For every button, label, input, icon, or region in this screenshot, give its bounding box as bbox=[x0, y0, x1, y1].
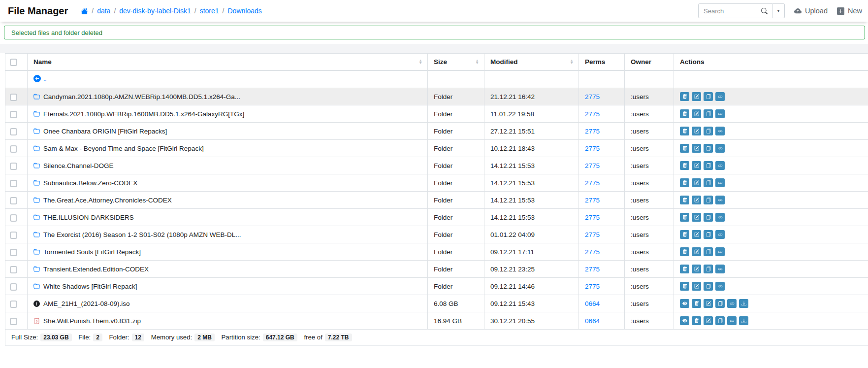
row-checkbox[interactable] bbox=[10, 318, 17, 325]
copy-button[interactable] bbox=[704, 247, 713, 256]
direct-link-button[interactable] bbox=[715, 144, 725, 153]
row-checkbox[interactable] bbox=[10, 163, 17, 170]
row-checkbox[interactable] bbox=[10, 145, 17, 153]
direct-link-button[interactable] bbox=[715, 127, 725, 135]
copy-button[interactable] bbox=[704, 109, 713, 118]
row-checkbox[interactable] bbox=[10, 180, 17, 187]
file-name-link[interactable]: She.Will.Punish.Them.v0.831.zip bbox=[43, 317, 141, 325]
preview-button[interactable] bbox=[680, 299, 689, 308]
breadcrumb-link[interactable]: dev-disk-by-label-Disk1 bbox=[119, 7, 191, 15]
perms-link[interactable]: 2775 bbox=[585, 179, 600, 187]
file-name-link[interactable]: THE.ILLUSION-DARKSiDERS bbox=[43, 214, 134, 221]
perms-link[interactable]: 2775 bbox=[585, 93, 600, 100]
row-checkbox[interactable] bbox=[10, 249, 17, 256]
row-checkbox[interactable] bbox=[10, 128, 17, 135]
copy-button[interactable] bbox=[704, 178, 713, 187]
file-name-link[interactable]: Tormented Souls [FitGirl Repack] bbox=[43, 248, 141, 256]
rename-button[interactable] bbox=[692, 282, 701, 291]
copy-button[interactable] bbox=[704, 144, 713, 153]
file-name-link[interactable]: Sam & Max - Beyond Time and Space [FitGi… bbox=[43, 145, 204, 152]
direct-link-button[interactable] bbox=[715, 92, 725, 101]
delete-button[interactable] bbox=[680, 109, 689, 118]
direct-link-button[interactable] bbox=[715, 196, 725, 204]
rename-button[interactable] bbox=[692, 144, 701, 153]
row-checkbox[interactable] bbox=[10, 283, 17, 291]
perms-link[interactable]: 2775 bbox=[585, 283, 600, 290]
delete-button[interactable] bbox=[680, 144, 689, 153]
copy-button[interactable] bbox=[704, 196, 713, 204]
rename-button[interactable] bbox=[704, 316, 713, 325]
row-checkbox[interactable] bbox=[10, 232, 17, 239]
direct-link-button[interactable] bbox=[715, 213, 725, 222]
search-input[interactable] bbox=[699, 7, 757, 15]
rename-button[interactable] bbox=[692, 109, 701, 118]
file-name-link[interactable]: Silence.Channel-DOGE bbox=[43, 162, 114, 169]
delete-button[interactable] bbox=[680, 213, 689, 222]
perms-link[interactable]: 2775 bbox=[585, 197, 600, 204]
rename-button[interactable] bbox=[692, 230, 701, 239]
row-checkbox[interactable] bbox=[10, 214, 17, 222]
parent-dir-link[interactable]: .. bbox=[33, 75, 47, 82]
copy-button[interactable] bbox=[704, 230, 713, 239]
copy-button[interactable] bbox=[715, 299, 725, 308]
perms-link[interactable]: 2775 bbox=[585, 162, 600, 169]
rename-button[interactable] bbox=[704, 299, 713, 308]
direct-link-button[interactable] bbox=[715, 282, 725, 291]
download-button[interactable] bbox=[739, 316, 748, 325]
delete-button[interactable] bbox=[680, 230, 689, 239]
delete-button[interactable] bbox=[680, 92, 689, 101]
upload-button[interactable]: Upload bbox=[794, 7, 828, 15]
direct-link-button[interactable] bbox=[715, 230, 725, 239]
direct-link-button[interactable] bbox=[715, 161, 725, 170]
delete-button[interactable] bbox=[692, 299, 701, 308]
rename-button[interactable] bbox=[692, 127, 701, 135]
download-button[interactable] bbox=[739, 299, 748, 308]
rename-button[interactable] bbox=[692, 247, 701, 256]
rename-button[interactable] bbox=[692, 178, 701, 187]
copy-button[interactable] bbox=[715, 316, 725, 325]
perms-link[interactable]: 2775 bbox=[585, 231, 600, 238]
column-header-size[interactable]: Size ▴▾ bbox=[428, 54, 484, 71]
column-header-name[interactable]: Name ▴▾ bbox=[28, 54, 428, 71]
direct-link-button[interactable] bbox=[727, 316, 737, 325]
perms-link[interactable]: 0664 bbox=[585, 317, 600, 325]
file-name-link[interactable]: Onee Chanbara ORIGIN [FitGirl Repacks] bbox=[43, 128, 167, 135]
direct-link-button[interactable] bbox=[715, 247, 725, 256]
search-button[interactable] bbox=[757, 8, 772, 14]
breadcrumb-link[interactable]: data bbox=[97, 7, 110, 15]
delete-button[interactable] bbox=[680, 178, 689, 187]
row-checkbox[interactable] bbox=[10, 266, 17, 273]
column-header-modified[interactable]: Modified ▴▾ bbox=[484, 54, 579, 71]
copy-button[interactable] bbox=[704, 282, 713, 291]
delete-button[interactable] bbox=[680, 161, 689, 170]
perms-link[interactable]: 2775 bbox=[585, 110, 600, 118]
rename-button[interactable] bbox=[692, 92, 701, 101]
rename-button[interactable] bbox=[692, 213, 701, 222]
row-checkbox[interactable] bbox=[10, 197, 17, 204]
delete-button[interactable] bbox=[680, 196, 689, 204]
direct-link-button[interactable] bbox=[727, 299, 737, 308]
perms-link[interactable]: 2775 bbox=[585, 214, 600, 221]
row-checkbox[interactable] bbox=[10, 94, 17, 101]
file-name-link[interactable]: White Shadows [FitGirl Repack] bbox=[43, 283, 137, 290]
select-all-checkbox[interactable] bbox=[10, 59, 17, 66]
file-name-link[interactable]: Eternals.2021.1080p.WEBRip.1600MB.DD5.1.… bbox=[43, 110, 244, 118]
copy-button[interactable] bbox=[704, 127, 713, 135]
perms-link[interactable]: 0664 bbox=[585, 300, 600, 307]
rename-button[interactable] bbox=[692, 265, 701, 273]
file-name-link[interactable]: Subnautica.Below.Zero-CODEX bbox=[43, 179, 137, 187]
copy-button[interactable] bbox=[704, 92, 713, 101]
delete-button[interactable] bbox=[680, 127, 689, 135]
copy-button[interactable] bbox=[704, 265, 713, 273]
delete-button[interactable] bbox=[680, 265, 689, 273]
copy-button[interactable] bbox=[704, 161, 713, 170]
perms-link[interactable]: 2775 bbox=[585, 248, 600, 256]
row-checkbox[interactable] bbox=[10, 301, 17, 308]
copy-button[interactable] bbox=[704, 213, 713, 222]
direct-link-button[interactable] bbox=[715, 178, 725, 187]
preview-button[interactable] bbox=[680, 316, 689, 325]
direct-link-button[interactable] bbox=[715, 265, 725, 273]
rename-button[interactable] bbox=[692, 196, 701, 204]
direct-link-button[interactable] bbox=[715, 109, 725, 118]
file-name-link[interactable]: AME_21H1_(2021-08-09).iso bbox=[43, 300, 130, 307]
